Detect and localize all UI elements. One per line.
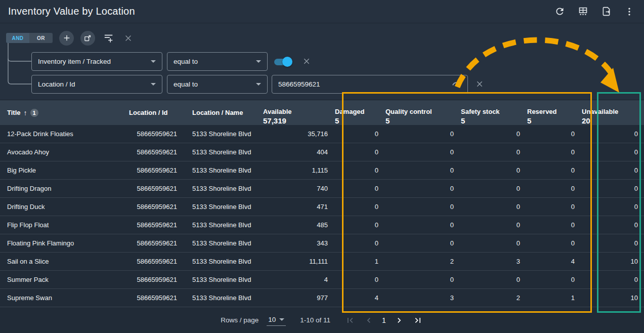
cell-available: 485 xyxy=(263,216,335,234)
table-view-button[interactable] xyxy=(576,5,589,18)
column-header-available[interactable]: Available57,319 xyxy=(263,100,335,125)
operator-select-location[interactable]: equal to xyxy=(167,75,268,94)
column-header-safety-stock[interactable]: Safety stock5 xyxy=(461,100,527,125)
column-header-location-id[interactable]: Location / Id xyxy=(129,100,184,125)
column-header-title[interactable]: Title↑1 xyxy=(0,100,129,125)
cell-location-id: 58665959621 xyxy=(129,289,184,307)
chevron-down-icon xyxy=(279,318,284,321)
cell-location-name: 5133 Shoreline Blvd xyxy=(184,234,263,252)
cell-damaged: 0 xyxy=(335,143,385,161)
cell-reserved: 0 xyxy=(527,216,582,234)
cell-location-name: 5133 Shoreline Blvd xyxy=(184,271,263,288)
cell-reserved: 0 xyxy=(527,198,582,216)
cell-damaged: 0 xyxy=(335,271,385,288)
cell-damaged: 1 xyxy=(335,253,385,270)
topbar-actions xyxy=(553,5,636,18)
cell-location-name: 5133 Shoreline Blvd xyxy=(184,143,263,161)
cell-available: 343 xyxy=(263,234,335,252)
cell-location-id: 58665959621 xyxy=(129,271,184,288)
cell-safety-stock: 0 xyxy=(461,271,527,288)
square-arrow-icon xyxy=(83,34,92,43)
cell-location-id: 58665959621 xyxy=(129,161,184,179)
field-select-location[interactable]: Location / Id xyxy=(31,75,162,94)
add-group-button[interactable] xyxy=(80,31,95,46)
previous-page-button[interactable] xyxy=(363,315,374,326)
cell-location-name: 5133 Shoreline Blvd xyxy=(184,125,263,143)
tracked-value-toggle[interactable] xyxy=(273,56,292,67)
chevron-left-icon xyxy=(364,315,374,325)
pagination-range: 1-10 of 11 xyxy=(300,316,330,324)
column-header-damaged[interactable]: Damaged5 xyxy=(335,100,385,125)
last-page-icon xyxy=(413,315,423,325)
export-button[interactable] xyxy=(599,5,613,18)
add-filter-button[interactable] xyxy=(59,31,74,46)
cell-available: 740 xyxy=(263,180,335,197)
cell-title: Supreme Swan xyxy=(0,289,129,307)
cell-location-name: 5133 Shoreline Blvd xyxy=(184,198,263,216)
rows-per-page-value: 10 xyxy=(268,316,276,323)
column-total: 57,319 xyxy=(263,116,328,125)
cell-quality-control: 3 xyxy=(385,289,461,307)
cell-quality-control: 0 xyxy=(385,234,461,252)
chevron-down-icon xyxy=(151,83,156,86)
cell-reserved: 0 xyxy=(527,271,582,288)
clear-filters-button[interactable] xyxy=(124,34,133,43)
table-row: Flip Flop Float586659596215133 Shoreline… xyxy=(0,216,644,234)
cell-title: Avocado Ahoy xyxy=(0,143,129,161)
table-body: 12-Pack Drink Floaties586659596215133 Sh… xyxy=(0,125,644,307)
table-footer: Rows / page 10 1-10 of 11 1 xyxy=(0,307,644,333)
table-header-row: Title↑1Location / IdLocation / NameAvail… xyxy=(0,100,644,125)
first-page-icon xyxy=(345,315,355,325)
cell-reserved: 0 xyxy=(527,180,582,197)
remove-filter-tracked-button[interactable] xyxy=(302,56,312,66)
cell-safety-stock: 0 xyxy=(461,125,527,143)
next-page-button[interactable] xyxy=(394,315,405,326)
cell-location-name: 5133 Shoreline Blvd xyxy=(184,289,263,307)
refresh-button[interactable] xyxy=(553,5,566,18)
column-header-unavailable[interactable]: Unavailable20 xyxy=(582,100,644,125)
column-header-location-name[interactable]: Location / Name xyxy=(184,100,263,125)
cell-damaged: 0 xyxy=(335,216,385,234)
cell-quality-control: 0 xyxy=(385,161,461,179)
cell-reserved: 1 xyxy=(527,289,582,307)
cell-location-id: 58665959621 xyxy=(129,125,184,143)
location-id-input[interactable]: 58665959621 xyxy=(272,75,468,94)
first-page-button[interactable] xyxy=(345,315,356,326)
column-label: Title xyxy=(7,109,21,116)
and-button[interactable]: AND xyxy=(6,33,29,43)
more-menu-button[interactable] xyxy=(623,5,636,18)
field-select-tracked[interactable]: Inventory item / Tracked xyxy=(31,52,162,71)
or-button[interactable]: OR xyxy=(29,33,53,43)
rows-per-page-select[interactable]: 10 xyxy=(267,315,286,326)
rows-per-page-label: Rows / page xyxy=(221,316,259,324)
column-header-reserved[interactable]: Reserved5 xyxy=(527,100,582,125)
column-header-quality-control[interactable]: Quality control5 xyxy=(385,100,461,125)
cell-reserved: 0 xyxy=(527,161,582,179)
redo-icon[interactable] xyxy=(452,79,461,90)
filter-toolbar: AND OR xyxy=(6,30,133,46)
table-row: Drifting Dragon586659596215133 Shoreline… xyxy=(0,180,644,198)
column-total: 5 xyxy=(527,116,575,125)
column-label: Reserved xyxy=(527,108,575,115)
remove-filter-location-button[interactable] xyxy=(475,79,485,89)
column-label: Safety stock xyxy=(461,108,520,115)
column-total: 5 xyxy=(461,116,520,125)
cell-reserved: 0 xyxy=(527,125,582,143)
operator-select-tracked[interactable]: equal to xyxy=(167,52,268,71)
cell-title: Summer Pack xyxy=(0,271,129,288)
filter-list-add-button[interactable] xyxy=(103,33,114,43)
filter-list-add-icon xyxy=(103,33,114,43)
chevron-down-icon xyxy=(256,60,261,63)
cell-unavailable: 10 xyxy=(582,253,644,270)
last-page-button[interactable] xyxy=(412,315,423,326)
cell-available: 1,115 xyxy=(263,161,335,179)
more-vertical-icon xyxy=(624,7,634,17)
cell-quality-control: 2 xyxy=(385,253,461,270)
column-label: Location / Id xyxy=(129,109,177,116)
table-row: Summer Pack586659596215133 Shoreline Blv… xyxy=(0,271,644,289)
inventory-report-app: Inventory Value by Location xyxy=(0,0,644,333)
table-row: Sail on a Slice586659596215133 Shoreline… xyxy=(0,253,644,271)
field-select-value: Location / Id xyxy=(38,80,75,88)
page-title: Inventory Value by Location xyxy=(8,6,135,17)
filter-section: AND OR xyxy=(0,23,644,100)
